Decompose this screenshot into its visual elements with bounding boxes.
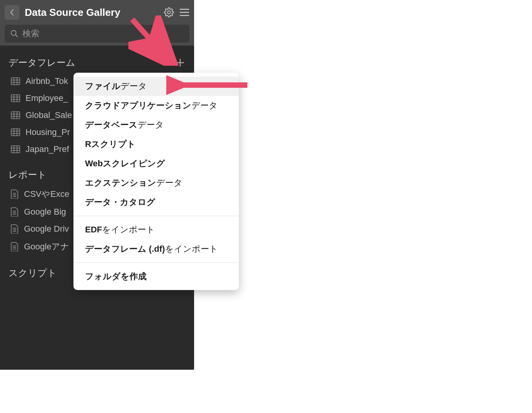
- table-icon: [11, 77, 20, 85]
- back-button[interactable]: [5, 5, 19, 20]
- gear-icon: [164, 7, 174, 17]
- menu-item-bold: データ・カタログ: [85, 197, 155, 207]
- menu-item-bold: データフレーム (.df): [85, 244, 165, 254]
- menu-item-bold: Webスクレイピング: [85, 159, 165, 168]
- menu-item-normal: データ: [138, 120, 164, 130]
- menu-item-normal: データ: [121, 81, 147, 91]
- menu-item-r-script[interactable]: Rスクリプト: [73, 135, 239, 154]
- menu-item-bold: フォルダを作成: [85, 271, 147, 281]
- page-title: Data Source Gallery: [25, 7, 159, 19]
- table-icon: [11, 111, 20, 119]
- list-item-label: Global_Sale: [26, 110, 72, 120]
- svg-line-4: [15, 35, 18, 37]
- menu-item-database-data[interactable]: データベースデータ: [73, 115, 239, 135]
- hamburger-icon: [179, 8, 189, 17]
- menu-item-import-edf[interactable]: EDFをインポート: [73, 220, 239, 239]
- list-item-label: Google Driv: [24, 224, 69, 234]
- menu-item-extension-data[interactable]: エクステンションデータ: [73, 173, 239, 193]
- chevron-left-icon: [10, 9, 14, 16]
- list-item-label: Japan_Pref: [26, 144, 69, 154]
- menu-item-bold: エクステンション: [85, 178, 156, 188]
- header-icons: [164, 7, 189, 17]
- search-bar[interactable]: [5, 25, 189, 43]
- document-icon: [11, 242, 19, 251]
- context-menu: ファイルデータ クラウドアプリケーションデータ データベースデータ Rスクリプト…: [73, 73, 239, 290]
- menu-divider: [73, 263, 239, 263]
- header-top: Data Source Gallery: [5, 3, 189, 22]
- section-title-reports: レポート: [9, 169, 47, 181]
- menu-item-bold: EDF: [85, 225, 102, 234]
- list-item-label: Housing_Pr: [26, 127, 70, 137]
- settings-button[interactable]: [164, 7, 174, 17]
- list-item-label: Employee_: [26, 93, 68, 103]
- svg-rect-17: [11, 112, 20, 119]
- search-icon: [10, 29, 19, 38]
- table-icon: [11, 94, 20, 102]
- add-dataframe-button[interactable]: [175, 57, 186, 68]
- section-header: データフレーム: [9, 56, 186, 69]
- menu-item-normal: をインポート: [165, 244, 218, 254]
- menu-item-normal: データ: [156, 178, 182, 188]
- menu-item-import-df[interactable]: データフレーム (.df)をインポート: [73, 239, 239, 259]
- menu-item-bold: Rスクリプト: [85, 139, 136, 149]
- header: Data Source Gallery: [0, 0, 194, 46]
- table-icon: [11, 145, 20, 153]
- list-item-label: CSVやExce: [24, 188, 69, 200]
- svg-rect-22: [11, 129, 20, 136]
- menu-item-data-catalog[interactable]: データ・カタログ: [73, 193, 239, 212]
- menu-item-normal: をインポート: [102, 225, 155, 234]
- svg-rect-7: [11, 78, 20, 85]
- table-icon: [11, 128, 20, 136]
- document-icon: [11, 224, 19, 234]
- list-item-label: Google Big: [24, 207, 66, 217]
- list-item-label: Googleアナ: [24, 241, 69, 253]
- document-icon: [11, 189, 19, 199]
- menu-item-bold: クラウドアプリケーション: [85, 101, 191, 110]
- menu-item-web-scraping[interactable]: Webスクレイピング: [73, 154, 239, 173]
- menu-divider: [73, 216, 239, 216]
- svg-rect-12: [11, 95, 20, 102]
- list-item-label: Airbnb_Tok: [26, 76, 68, 86]
- section-title-dataframes: データフレーム: [9, 56, 75, 69]
- menu-item-file-data[interactable]: ファイルデータ: [73, 77, 239, 96]
- menu-button[interactable]: [179, 8, 189, 17]
- section-title-scripts: スクリプト: [9, 267, 57, 279]
- menu-item-bold: データベース: [85, 120, 138, 130]
- menu-item-bold: ファイル: [85, 81, 121, 91]
- menu-item-cloud-app-data[interactable]: クラウドアプリケーションデータ: [73, 96, 239, 115]
- plus-icon: [176, 58, 184, 67]
- menu-item-normal: データ: [191, 101, 218, 110]
- document-icon: [11, 207, 19, 217]
- search-input[interactable]: [22, 29, 184, 39]
- menu-item-create-folder[interactable]: フォルダを作成: [73, 267, 239, 286]
- svg-rect-27: [11, 146, 20, 153]
